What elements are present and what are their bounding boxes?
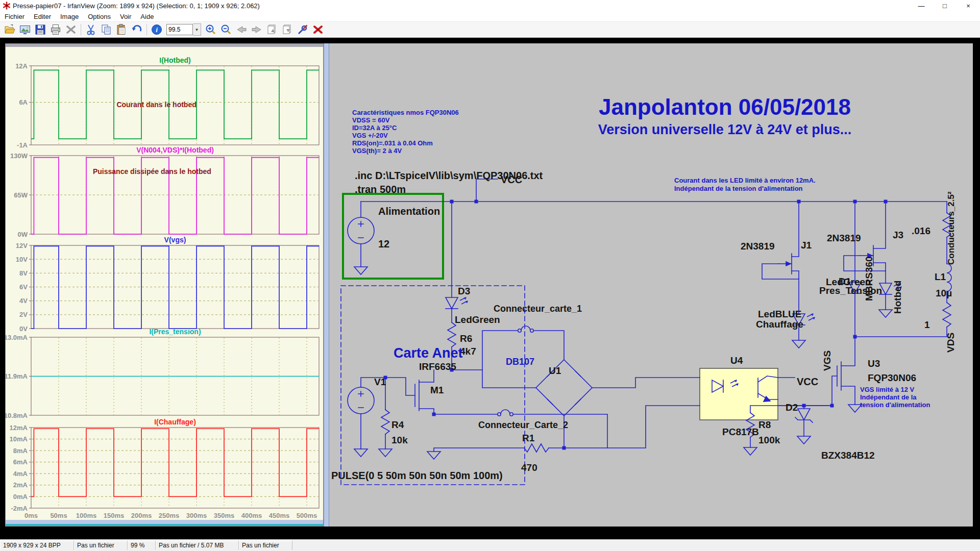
plot-title: V(vgs) bbox=[164, 236, 186, 244]
y-tick-label: 8mA bbox=[13, 447, 28, 455]
menu-bar: Fichier Editer Image Options Voir Aide bbox=[0, 11, 980, 22]
open-button[interactable] bbox=[2, 23, 17, 36]
menu-image[interactable]: Image bbox=[56, 12, 83, 21]
schematic-label-main-title: Janpolanton 06/05/2018 bbox=[599, 94, 851, 119]
schematic-label-u3-note-2: Indépendant de la bbox=[860, 393, 917, 401]
schematic-label-d3-name: LedGreen bbox=[455, 314, 500, 325]
y-tick-label: 6A bbox=[19, 98, 28, 106]
x-tick-label: 50ms bbox=[50, 512, 67, 519]
schematic-label-irf6635: IRF6635 bbox=[419, 361, 456, 372]
schematic-label-m1-ref: M1 bbox=[430, 385, 444, 395]
close-button[interactable]: × bbox=[957, 0, 980, 11]
schematic-label-v1-ref: V1 bbox=[374, 377, 386, 387]
schematic-label-u1-ref: U1 bbox=[549, 365, 561, 376]
schematic-label-d2-ref: D2 bbox=[786, 402, 798, 413]
zoom-dropdown-arrow-icon[interactable]: ▼ bbox=[193, 23, 201, 36]
schematic-label-pc817b: PC817B bbox=[722, 427, 759, 437]
plot-annotation: Puissance dissipée dans le hotbed bbox=[93, 167, 211, 176]
menu-options[interactable]: Options bbox=[83, 12, 115, 21]
schematic-label-r016-value: .016 bbox=[912, 226, 930, 236]
plot-title: I(Hotbed) bbox=[159, 56, 190, 64]
plot-border bbox=[31, 428, 319, 508]
toolbar: i ▼ bbox=[0, 22, 980, 38]
schematic-label-char-vgsth: VGS(th)= 2 à 4V bbox=[352, 147, 402, 155]
slideshow-icon bbox=[19, 23, 31, 36]
minimize-button[interactable]: — bbox=[910, 0, 933, 11]
led-blue-emission-arrows bbox=[807, 314, 815, 321]
schematic-label-u3-ref: U3 bbox=[868, 358, 880, 369]
ground-symbol bbox=[797, 436, 811, 444]
menu-aide[interactable]: Aide bbox=[136, 12, 158, 21]
last-page-button[interactable] bbox=[280, 23, 295, 36]
first-page-button[interactable] bbox=[264, 23, 280, 36]
status-file-3: Pas un fichier bbox=[239, 541, 292, 550]
tools-button[interactable] bbox=[295, 23, 310, 36]
toolbar-separator bbox=[146, 24, 147, 35]
y-tick-label: 6V bbox=[19, 283, 28, 291]
undo-button[interactable] bbox=[129, 23, 144, 36]
previous-image-button[interactable] bbox=[234, 23, 249, 36]
ground-symbol bbox=[744, 447, 757, 455]
menu-voir[interactable]: Voir bbox=[115, 12, 136, 21]
pages-up-icon bbox=[266, 23, 278, 36]
schematic-label-j3-type: 2N3819 bbox=[827, 233, 861, 243]
trace-3 bbox=[31, 246, 319, 329]
cut-button[interactable] bbox=[83, 23, 99, 36]
x-tick-label: 250ms bbox=[159, 512, 179, 519]
zoom-input[interactable] bbox=[166, 24, 193, 35]
x-tick-label: 200ms bbox=[131, 512, 152, 519]
plot-annotation: Courant dans le hotbed bbox=[116, 101, 196, 109]
plot-title: V(N004,VDS)*I(Hotbed) bbox=[136, 146, 214, 154]
schematic-label-fqp30n06: FQP30N06 bbox=[868, 372, 916, 383]
pages-down-icon bbox=[281, 23, 293, 36]
schematic-label-r4-ref: R4 bbox=[391, 419, 404, 430]
next-image-button[interactable] bbox=[249, 23, 264, 36]
save-button[interactable] bbox=[33, 23, 48, 36]
zoom-combo: ▼ bbox=[166, 23, 201, 36]
slideshow-button[interactable] bbox=[17, 23, 33, 36]
paste-button[interactable] bbox=[114, 23, 129, 36]
ltspice-waveform-pane: 12A6A-1AI(Hotbed)Courant dans le hotbed1… bbox=[5, 43, 324, 527]
schematic-label-r8-value: 100k bbox=[758, 435, 780, 445]
status-image-size: 1909 x 929 x 24 BPP bbox=[0, 541, 74, 550]
status-bar: 1909 x 929 x 24 BPP Pas un fichier 99 % … bbox=[0, 539, 980, 551]
save-icon bbox=[34, 23, 46, 36]
schematic-label-r4-value: 10k bbox=[391, 435, 408, 445]
schematic-label-char-vgs: VGS +/-20V bbox=[352, 132, 388, 139]
info-button[interactable]: i bbox=[149, 23, 164, 36]
schematic-label-conn2: Connecteur_Carte_2 bbox=[478, 420, 568, 430]
schematic-label-pulse-directive: PULSE(0 5 50m 50n 50n 50m 100m) bbox=[331, 470, 503, 481]
batch-close-button[interactable] bbox=[310, 23, 326, 36]
undo-arrow-icon bbox=[131, 23, 143, 36]
open-folder-icon bbox=[4, 23, 16, 36]
menu-editer[interactable]: Editer bbox=[29, 12, 56, 21]
window-title: Presse-papier07 - IrfanView (Zoom: 1899 … bbox=[13, 2, 260, 10]
y-tick-label: 8V bbox=[19, 269, 28, 277]
schematic-label-mbrs360: MBRS360 bbox=[864, 256, 874, 301]
y-tick-label: 10V bbox=[16, 256, 28, 263]
schematic-label-alim-label: Alimentation bbox=[378, 206, 440, 217]
delete-button[interactable] bbox=[63, 23, 79, 36]
schematic-label-carte-anet: Carte Anet bbox=[394, 345, 463, 361]
menu-fichier[interactable]: Fichier bbox=[0, 12, 29, 21]
print-button[interactable] bbox=[48, 23, 63, 36]
y-tick-label: 4mA bbox=[13, 470, 28, 478]
arrow-right-icon bbox=[251, 23, 263, 36]
title-bar: Presse-papier07 - IrfanView (Zoom: 1899 … bbox=[0, 0, 980, 11]
copy-button[interactable] bbox=[99, 23, 114, 36]
schematic-label-chauffage: Chauffage bbox=[756, 319, 803, 330]
image-canvas: 12A6A-1AI(Hotbed)Courant dans le hotbed1… bbox=[0, 38, 980, 540]
schematic-label-j3-ref: J3 bbox=[893, 230, 903, 240]
y-tick-label: 12V bbox=[16, 242, 28, 249]
zoom-in-button[interactable] bbox=[203, 23, 218, 36]
zoom-out-button[interactable] bbox=[218, 23, 234, 36]
schematic-label-r1-value: 470 bbox=[521, 462, 537, 473]
y-tick-label: 130W bbox=[10, 152, 28, 160]
x-tick-label: 450ms bbox=[269, 512, 289, 519]
connector-2-symbol bbox=[498, 410, 513, 416]
schematic-label-r1-ref: R1 bbox=[522, 433, 535, 443]
status-zoom: 99 % bbox=[128, 541, 156, 550]
maximize-button[interactable]: □ bbox=[933, 0, 957, 11]
schematic-label-led-note-1: Courant dans les LED limité à environ 12… bbox=[674, 177, 816, 184]
schematic-label-tran-directive: .tran 500m bbox=[355, 184, 406, 195]
